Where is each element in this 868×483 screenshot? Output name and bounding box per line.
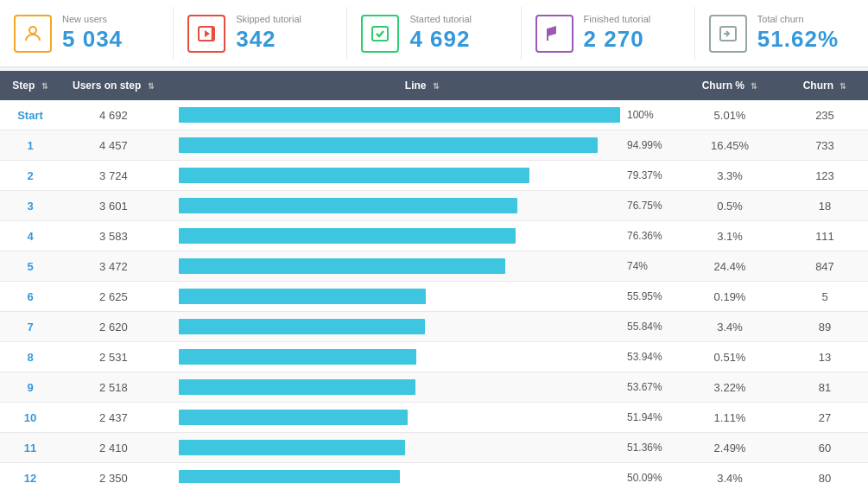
cell-churn: 81 — [782, 372, 868, 403]
bar-label: 76.36% — [627, 230, 666, 242]
bar-label: 53.67% — [627, 381, 666, 393]
bar-fill — [179, 168, 529, 183]
cell-step[interactable]: 4 — [0, 221, 60, 251]
header-step[interactable]: Step ⇅ — [0, 71, 60, 100]
svg-point-0 — [29, 27, 36, 34]
cell-users: 4 457 — [60, 130, 167, 161]
funnel-table: Step ⇅Users on step ⇅Line ⇅Churn % ⇅Chur… — [0, 71, 868, 483]
bar-label: 94.99% — [627, 139, 666, 151]
table-container: Step ⇅Users on step ⇅Line ⇅Churn % ⇅Chur… — [0, 71, 868, 483]
finished-tutorial-value: 2 270 — [584, 26, 651, 53]
table-row: 72 62055.84%3.4%89 — [0, 312, 868, 342]
skipped-tutorial-icon — [187, 15, 225, 53]
cell-churn-pct: 0.19% — [678, 282, 782, 312]
bar-label: 55.95% — [627, 290, 666, 302]
skipped-tutorial-value: 342 — [236, 26, 301, 53]
table-row: 33 60176.75%0.5%18 — [0, 191, 868, 221]
header-line[interactable]: Line ⇅ — [167, 71, 678, 100]
cell-churn: 123 — [782, 161, 868, 191]
cell-step[interactable]: 9 — [0, 372, 60, 403]
sort-icon: ⇅ — [148, 82, 155, 91]
cell-step[interactable]: 8 — [0, 342, 60, 372]
cell-step[interactable]: 11 — [0, 433, 60, 463]
bar-fill — [179, 410, 409, 425]
new-users-label: New users — [62, 14, 123, 24]
cell-users: 2 625 — [60, 282, 167, 312]
cell-bar: 51.94% — [167, 403, 678, 433]
sort-icon: ⇅ — [433, 82, 440, 91]
cell-churn: 5 — [782, 282, 868, 312]
cell-step[interactable]: Start — [0, 100, 60, 130]
table-row: 82 53153.94%0.51%13 — [0, 342, 868, 372]
cell-churn-pct: 3.3% — [678, 161, 782, 191]
total-churn-icon — [709, 15, 747, 53]
cell-users: 2 620 — [60, 312, 167, 342]
cell-churn: 733 — [782, 130, 868, 161]
table-row: 122 35050.09%3.4%80 — [0, 463, 868, 484]
sort-icon: ⇅ — [839, 82, 846, 91]
stat-total-churn: Total churn51.62% — [695, 7, 868, 60]
bar-fill — [179, 440, 406, 455]
bar-fill — [179, 349, 417, 365]
total-churn-value: 51.62% — [757, 26, 839, 53]
bar-fill — [179, 258, 505, 274]
new-users-value: 5 034 — [62, 26, 123, 53]
started-tutorial-value: 4 692 — [409, 26, 472, 53]
cell-churn-pct: 24.4% — [678, 251, 782, 282]
cell-step[interactable]: 5 — [0, 251, 60, 282]
bar-label: 76.75% — [627, 200, 666, 212]
total-churn-label: Total churn — [757, 14, 839, 24]
cell-churn: 27 — [782, 403, 868, 433]
header-users-on-step[interactable]: Users on step ⇅ — [60, 71, 167, 100]
table-row: 112 41051.36%2.49%60 — [0, 433, 868, 463]
header-churn-%[interactable]: Churn % ⇅ — [678, 71, 782, 100]
cell-step[interactable]: 7 — [0, 312, 60, 342]
cell-users: 2 531 — [60, 342, 167, 372]
bar-label: 100% — [627, 109, 666, 121]
cell-bar: 94.99% — [167, 130, 678, 161]
table-row: 62 62555.95%0.19%5 — [0, 282, 868, 312]
cell-churn: 60 — [782, 433, 868, 463]
cell-bar: 51.36% — [167, 433, 678, 463]
cell-step[interactable]: 2 — [0, 161, 60, 191]
cell-churn-pct: 0.5% — [678, 191, 782, 221]
bar-fill — [179, 470, 400, 483]
cell-churn-pct: 3.4% — [678, 463, 782, 484]
cell-churn-pct: 5.01% — [678, 100, 782, 130]
table-header-row: Step ⇅Users on step ⇅Line ⇅Churn % ⇅Chur… — [0, 71, 868, 100]
bar-fill — [179, 319, 426, 334]
new-users-icon — [14, 15, 52, 53]
cell-users: 2 437 — [60, 403, 167, 433]
cell-step[interactable]: 1 — [0, 130, 60, 161]
cell-churn-pct: 1.11% — [678, 403, 782, 433]
bar-label: 74% — [627, 260, 666, 272]
cell-step[interactable]: 6 — [0, 282, 60, 312]
table-row: 43 58376.36%3.1%111 — [0, 221, 868, 251]
stat-started-tutorial: Started tutorial4 692 — [347, 7, 521, 60]
cell-users: 2 350 — [60, 463, 167, 484]
skipped-tutorial-label: Skipped tutorial — [236, 14, 301, 24]
cell-users: 3 583 — [60, 221, 167, 251]
table-row: Start4 692100%5.01%235 — [0, 100, 868, 130]
cell-step[interactable]: 10 — [0, 403, 60, 433]
cell-churn-pct: 3.1% — [678, 221, 782, 251]
cell-churn: 111 — [782, 221, 868, 251]
cell-bar: 53.94% — [167, 342, 678, 372]
header-churn[interactable]: Churn ⇅ — [782, 71, 868, 100]
cell-users: 3 601 — [60, 191, 167, 221]
finished-tutorial-label: Finished tutorial — [584, 14, 651, 24]
cell-churn: 847 — [782, 251, 868, 282]
sort-icon: ⇅ — [41, 82, 48, 91]
sort-icon: ⇅ — [751, 82, 757, 91]
bar-label: 55.84% — [627, 321, 666, 333]
table-row: 23 72479.37%3.3%123 — [0, 161, 868, 191]
cell-step[interactable]: 3 — [0, 191, 60, 221]
cell-bar: 76.36% — [167, 221, 678, 251]
svg-marker-2 — [205, 30, 210, 37]
bar-fill — [179, 198, 517, 213]
cell-bar: 79.37% — [167, 161, 678, 191]
cell-step[interactable]: 12 — [0, 463, 60, 484]
table-row: 102 43751.94%1.11%27 — [0, 403, 868, 433]
cell-bar: 74% — [167, 251, 678, 282]
bar-label: 51.94% — [627, 411, 666, 423]
